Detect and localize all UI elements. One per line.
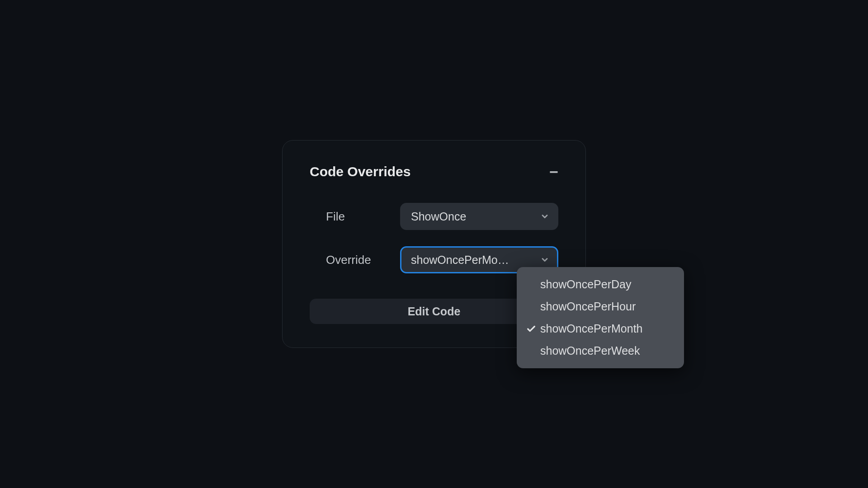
dropdown-item-label: showOncePerDay	[540, 278, 631, 291]
dropdown-item[interactable]: showOncePerMonth	[517, 318, 684, 340]
dropdown-item-label: showOncePerHour	[540, 300, 636, 313]
override-dropdown-menu: showOncePerDayshowOncePerHourshowOncePer…	[517, 267, 684, 368]
panel-header: Code Overrides −	[310, 164, 558, 179]
dropdown-item[interactable]: showOncePerWeek	[517, 340, 684, 362]
chevron-down-icon	[540, 212, 549, 221]
dropdown-item[interactable]: showOncePerDay	[517, 273, 684, 296]
override-label: Override	[310, 253, 400, 267]
collapse-icon[interactable]: −	[549, 164, 558, 179]
file-select[interactable]: ShowOnce	[400, 203, 558, 230]
dropdown-item-label: showOncePerMonth	[540, 322, 643, 335]
file-row: File ShowOnce	[310, 203, 558, 230]
dropdown-item-label: showOncePerWeek	[540, 344, 640, 357]
file-select-value: ShowOnce	[411, 210, 466, 223]
override-select-value: showOncePerMo…	[411, 253, 509, 267]
file-label: File	[310, 210, 400, 224]
check-icon	[525, 324, 538, 334]
chevron-down-icon	[540, 255, 549, 264]
panel-title: Code Overrides	[310, 164, 410, 179]
dropdown-item[interactable]: showOncePerHour	[517, 296, 684, 318]
